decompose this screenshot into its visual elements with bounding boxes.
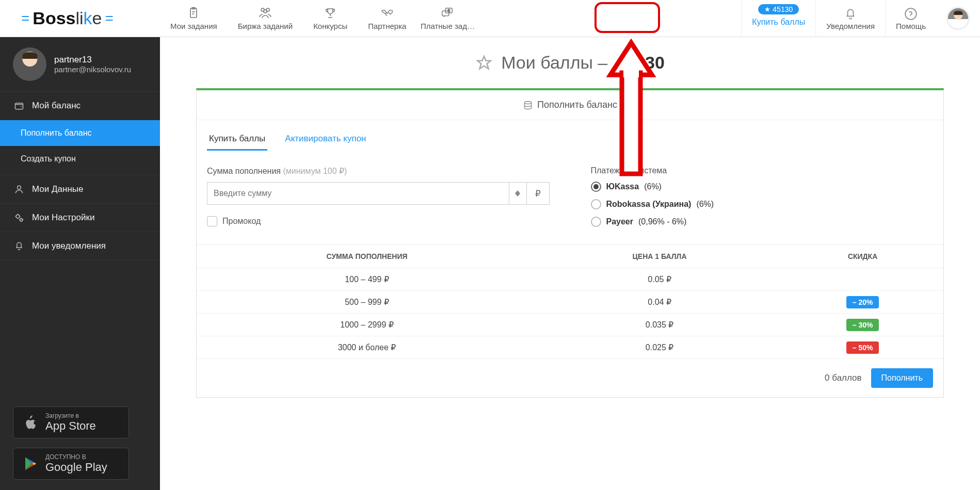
table-row: 500 – 999 ₽ 0.04 ₽ – 20% bbox=[197, 291, 943, 314]
cell-range: 3000 и более ₽ bbox=[197, 336, 537, 359]
googleplay-button[interactable]: ДОСТУПНО ВGoogle Play bbox=[13, 448, 129, 480]
wallet-icon bbox=[13, 100, 25, 111]
dash-icon: = bbox=[105, 10, 114, 27]
table-row: 3000 и более ₽ 0.025 ₽ – 50% bbox=[197, 336, 943, 359]
tab-activate-coupon[interactable]: Активировать купон bbox=[283, 128, 368, 151]
bell-icon bbox=[13, 240, 25, 252]
sidebar-avatar bbox=[13, 47, 46, 81]
cell-price: 0.04 ₽ bbox=[537, 291, 782, 314]
tab-buy-points[interactable]: Купить баллы bbox=[207, 128, 267, 151]
logo[interactable]: = Bosslike = bbox=[0, 8, 160, 28]
sidebar-item-label: Мои Данные bbox=[32, 184, 83, 194]
sidebar-menu: Мой баланс Пополнить баланс Создать купо… bbox=[0, 92, 160, 260]
sidebar-item-settings[interactable]: Мои Настройки bbox=[0, 204, 160, 232]
sidebar-username: partner13 bbox=[54, 55, 131, 65]
radio-robokassa[interactable]: Robokassa (Украина) (6%) bbox=[591, 199, 934, 209]
buy-label: Купить баллы bbox=[752, 18, 805, 27]
trophy-icon bbox=[324, 6, 337, 20]
paysystem-column: Платежная система ЮKassa (6%) Robokassa … bbox=[591, 166, 934, 234]
amount-label: Сумма пополнения (минимум 100 ₽) bbox=[207, 166, 550, 176]
card-footer: 0 баллов Пополнить bbox=[197, 359, 943, 397]
main-content: Мои баллы – 45130 Пополнить баланс Купит… bbox=[160, 37, 980, 490]
sidebar-item-label: Мой баланс bbox=[32, 101, 81, 111]
radio-icon bbox=[591, 182, 601, 192]
star-icon bbox=[475, 54, 493, 72]
cell-price: 0.05 ₽ bbox=[537, 268, 782, 291]
apple-icon bbox=[23, 414, 38, 431]
svg-point-13 bbox=[524, 101, 531, 104]
topbar: = Bosslike = Мои задания Биржа заданий К… bbox=[0, 0, 980, 37]
cell-price: 0.035 ₽ bbox=[537, 314, 782, 336]
topup-card: Пополнить баланс Купить баллы Активирова… bbox=[196, 88, 944, 398]
sidebar-item-mydata[interactable]: Мои Данные bbox=[0, 175, 160, 204]
dash-icon: = bbox=[21, 10, 29, 27]
cell-range: 1000 – 2999 ₽ bbox=[197, 314, 537, 336]
top-navigation: Мои задания Биржа заданий Конкурсы Партн… bbox=[160, 0, 741, 37]
points-badge: 45130 bbox=[758, 4, 799, 14]
sidebar-item-label: Мои уведомления bbox=[32, 241, 106, 251]
svg-point-4 bbox=[264, 10, 267, 13]
buy-points-button[interactable]: 45130 Купить баллы bbox=[741, 0, 815, 37]
nav-label: Конкурсы bbox=[313, 22, 347, 30]
nav-exchange[interactable]: Биржа заданий bbox=[228, 0, 303, 37]
cell-discount bbox=[782, 268, 943, 291]
tabs: Купить баллы Активировать купон bbox=[197, 120, 943, 151]
bell-icon bbox=[843, 6, 858, 22]
cell-discount: – 30% bbox=[782, 314, 943, 336]
cell-discount: – 50% bbox=[782, 336, 943, 359]
table-row: 1000 – 2999 ₽ 0.035 ₽ – 30% bbox=[197, 314, 943, 336]
promo-checkbox[interactable]: Промокод bbox=[207, 216, 550, 226]
sidebar-item-balance[interactable]: Мой баланс bbox=[0, 92, 160, 120]
header-right: 45130 Купить баллы Уведомления Помощь bbox=[741, 0, 980, 37]
th-discount: СКИДКА bbox=[782, 245, 943, 268]
gear-icon bbox=[13, 212, 25, 223]
table-row: 100 – 499 ₽ 0.05 ₽ bbox=[197, 268, 943, 291]
help-button[interactable]: Помощь bbox=[885, 0, 936, 37]
ruble-addon: ₽ bbox=[527, 182, 550, 205]
amount-input[interactable] bbox=[207, 182, 509, 205]
nav-label: Платные зад… bbox=[421, 22, 475, 30]
sidebar-item-notifications[interactable]: Мои уведомления bbox=[0, 232, 160, 260]
sidebar-user: partner13 partner@niksolovov.ru bbox=[0, 37, 160, 92]
nav-contests[interactable]: Конкурсы bbox=[303, 0, 358, 37]
user-avatar-top[interactable] bbox=[946, 7, 970, 30]
paysystem-label: Платежная система bbox=[591, 166, 934, 175]
svg-point-8 bbox=[905, 8, 917, 20]
points-preview: 0 баллов bbox=[825, 373, 862, 383]
handshake-icon bbox=[380, 6, 394, 20]
svg-point-10 bbox=[18, 186, 21, 189]
nav-label: Партнерка bbox=[368, 22, 406, 30]
stepper-icon[interactable] bbox=[509, 182, 527, 205]
page-title: Мои баллы – 45130 bbox=[196, 53, 944, 73]
sidebar-item-create-coupon[interactable]: Создать купон bbox=[0, 146, 160, 172]
sidebar-email: partner@niksolovov.ru bbox=[54, 65, 131, 74]
play-icon bbox=[23, 456, 38, 471]
cell-range: 500 – 999 ₽ bbox=[197, 291, 537, 314]
cell-price: 0.025 ₽ bbox=[537, 336, 782, 359]
clipboard-icon bbox=[187, 6, 200, 20]
nav-partner[interactable]: Партнерка bbox=[358, 0, 416, 37]
nav-label: Мои задания bbox=[170, 22, 217, 30]
topup-button[interactable]: Пополнить bbox=[871, 368, 933, 388]
cell-discount: – 20% bbox=[782, 291, 943, 314]
nav-my-tasks[interactable]: Мои задания bbox=[160, 0, 228, 37]
th-amount: СУММА ПОПОЛНЕНИЯ bbox=[197, 245, 537, 268]
radio-yookassa[interactable]: ЮKassa (6%) bbox=[591, 182, 934, 192]
sidebar-item-topup[interactable]: Пополнить баланс bbox=[0, 120, 160, 146]
cell-range: 100 – 499 ₽ bbox=[197, 268, 537, 291]
radio-icon bbox=[591, 199, 601, 209]
star-icon bbox=[764, 6, 770, 12]
pricing-table: СУММА ПОПОЛНЕНИЯ ЦЕНА 1 БАЛЛА СКИДКА 100… bbox=[197, 244, 943, 359]
people-icon bbox=[259, 6, 272, 20]
radio-payeer[interactable]: Payeer (0,96% - 6%) bbox=[591, 217, 934, 227]
store-buttons: Загрузите вApp Store ДОСТУПНО ВGoogle Pl… bbox=[0, 396, 160, 490]
checkbox-icon bbox=[207, 216, 217, 226]
nav-paid-tasks[interactable]: $ Платные зад… bbox=[416, 0, 478, 37]
card-heading: Пополнить баланс bbox=[197, 90, 943, 120]
amount-column: Сумма пополнения (минимум 100 ₽) ₽ Про bbox=[207, 166, 550, 234]
appstore-button[interactable]: Загрузите вApp Store bbox=[13, 406, 129, 438]
svg-point-11 bbox=[16, 215, 20, 218]
th-price: ЦЕНА 1 БАЛЛА bbox=[537, 245, 782, 268]
question-icon bbox=[903, 6, 919, 22]
notifications-button[interactable]: Уведомления bbox=[815, 0, 885, 37]
